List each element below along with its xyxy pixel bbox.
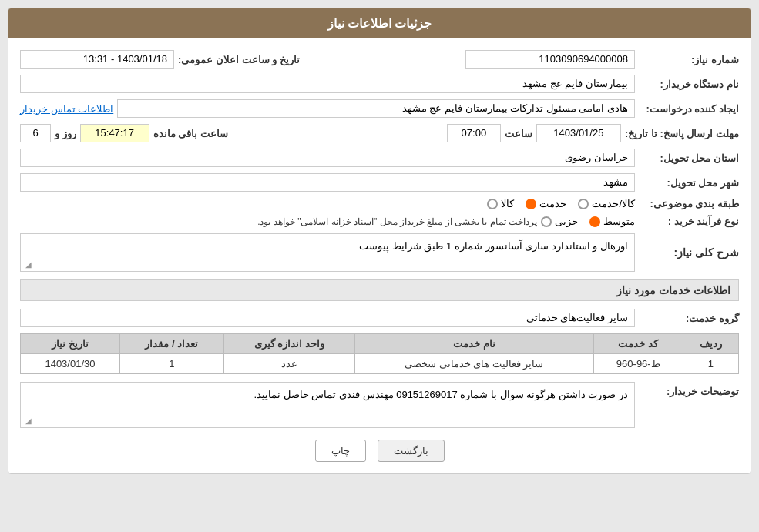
purchase-options-group: متوسط جزیی [541,216,635,227]
category-kala-khadamat-label: کالا/خدمت [592,198,635,209]
need-number-value: 1103090694000008 [465,50,635,69]
city-label: شهر محل تحویل: [639,177,739,189]
table-cell-0: 1 [683,354,738,374]
radio-kala-khadamat[interactable] [578,199,589,209]
col-unit: واحد اندازه گیری [223,334,354,354]
announcement-date-value: 1403/01/18 - 13:31 [20,50,174,69]
buyer-notes-box: در صورت داشتن هرگونه سوال با شماره 09151… [20,382,635,428]
table-row: 1ط-96-960سایر فعالیت های خدماتی شخصیعدد1… [21,354,739,374]
description-value: اورهال و استاندارد سازی آسانسور شماره 1 … [20,233,635,272]
service-group-row: گروه خدمت: سایر فعالیت‌های خدماتی [20,309,739,327]
need-number-label: شماره نیاز: [639,54,739,65]
purchase-type-label: نوع فرآیند خرید : [639,216,739,227]
purchase-type-row: نوع فرآیند خرید : متوسط جزیی پرداخت تمام… [20,216,739,227]
col-need-date: تاریخ نیاز [21,334,120,354]
city-value: مشهد [20,173,635,192]
buyer-notes-container: توضیحات خریدار: در صورت داشتن هرگونه سوا… [20,382,739,428]
contact-link[interactable]: اطلاعات تماس خریدار [20,103,113,115]
page-container: جزئیات اطلاعات نیاز شماره نیاز: 11030906… [0,0,759,482]
buyer-notes-text: در صورت داشتن هرگونه سوال با شماره 09151… [254,389,629,400]
table-cell-4: 1 [119,354,223,374]
announcement-date-label: تاریخ و ساعت اعلان عمومی: [178,54,300,65]
category-option-kala-khadamat: کالا/خدمت [578,198,635,209]
col-quantity: تعداد / مقدار [119,334,223,354]
table-cell-2: سایر فعالیت های خدماتی شخصی [354,354,593,374]
description-section-label: شرح کلی نیاز: [639,246,739,259]
services-section-title: اطلاعات خدمات مورد نیاز [20,279,739,301]
description-section-row: شرح کلی نیاز: اورهال و استاندارد سازی آس… [20,233,739,272]
notes-resize-handle[interactable]: ◢ [22,417,32,426]
table-cell-3: عدد [223,354,354,374]
buyer-org-label: نام دستگاه خریدار: [639,79,739,90]
col-service-code: کد خدمت [593,334,683,354]
category-kala-label: کالا [501,198,514,209]
col-service-name: نام خدمت [354,334,593,354]
deadline-date-value: 1403/01/25 [536,124,621,142]
purchase-note: پرداخت تمام یا بخشی از مبلغ خریداز محل "… [20,216,537,227]
deadline-remaining-value: 15:47:17 [80,124,149,142]
page-title: جزئیات اطلاعات نیاز [327,17,432,30]
service-group-value: سایر فعالیت‌های خدماتی [20,309,635,327]
purchase-motavaset-label: متوسط [603,216,635,227]
category-khadamat-label: خدمت [539,198,566,209]
table-body: 1ط-96-960سایر فعالیت های خدماتی شخصیعدد1… [21,354,739,374]
deadline-time-value: 07:00 [447,124,501,142]
radio-jozi[interactable] [541,216,552,227]
buyer-notes-label: توضیحات خریدار: [639,382,739,397]
buyer-org-value: بیمارستان فایم عج مشهد [20,75,635,93]
col-row-num: ردیف [683,334,738,354]
card-body: شماره نیاز: 1103090694000008 تاریخ و ساع… [8,38,751,473]
radio-khadamat[interactable] [526,199,536,209]
province-value: خراسان رضوی [20,149,635,167]
table-cell-1: ط-96-960 [593,354,683,374]
main-card: جزئیات اطلاعات نیاز شماره نیاز: 11030906… [8,8,751,474]
table-container: ردیف کد خدمت نام خدمت واحد اندازه گیری ت… [20,333,739,374]
deadline-remaining-label: ساعت باقی مانده [153,128,228,139]
creator-value: هادی امامی مسئول تدارکات بیمارستان فایم … [117,99,635,118]
city-row: شهر محل تحویل: مشهد [20,173,739,192]
deadline-days-value: 6 [20,124,51,142]
service-group-label: گروه خدمت: [639,313,739,324]
table-cell-5: 1403/01/30 [21,354,120,374]
category-radio-group: کالا/خدمت خدمت کالا [487,198,635,209]
radio-kala[interactable] [487,199,498,209]
deadline-time-label: ساعت [505,128,532,139]
purchase-option-jozi: جزیی [541,216,578,227]
description-text: اورهال و استاندارد سازی آسانسور شماره 1 … [359,240,628,252]
resize-handle[interactable]: ◢ [22,260,32,269]
deadline-day-label: روز و [55,128,76,139]
print-button[interactable]: چاپ [315,440,366,462]
need-number-row: شماره نیاز: 1103090694000008 تاریخ و ساع… [20,50,739,69]
creator-label: ایجاد کننده درخواست: [639,103,739,115]
radio-motavaset[interactable] [589,216,600,227]
purchase-jozi-label: جزیی [555,216,578,227]
province-label: استان محل تحویل: [639,152,739,164]
province-row: استان محل تحویل: خراسان رضوی [20,149,739,167]
buyer-org-row: نام دستگاه خریدار: بیمارستان فایم عج مشه… [20,75,739,93]
creator-row: ایجاد کننده درخواست: هادی امامی مسئول تد… [20,99,739,118]
table-header-row: ردیف کد خدمت نام خدمت واحد اندازه گیری ت… [21,334,739,354]
services-table: ردیف کد خدمت نام خدمت واحد اندازه گیری ت… [20,333,739,374]
category-option-kala: کالا [487,198,514,209]
category-option-khadamat: خدمت [526,198,566,209]
purchase-option-motavaset: متوسط [589,216,635,227]
back-button[interactable]: بازگشت [378,440,445,462]
deadline-label: مهلت ارسال پاسخ: تا تاریخ: [625,128,739,139]
deadline-row: مهلت ارسال پاسخ: تا تاریخ: 1403/01/25 سا… [20,124,739,142]
card-header: جزئیات اطلاعات نیاز [8,8,751,38]
category-row: طبقه بندی موضوعی: کالا/خدمت خدمت کالا [20,198,739,209]
button-row: بازگشت چاپ [20,440,739,462]
category-label: طبقه بندی موضوعی: [639,198,739,209]
